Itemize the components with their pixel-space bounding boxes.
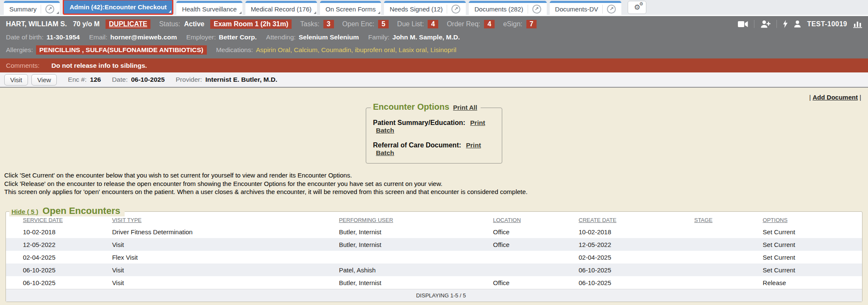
tab-label: Needs Signed (12) bbox=[389, 6, 442, 13]
due-list-label: Due List: bbox=[397, 20, 424, 28]
release-link[interactable]: Release bbox=[760, 276, 862, 289]
allergies-label: Allergies: bbox=[6, 46, 33, 54]
cell-performing-user: Butler, Internist bbox=[336, 225, 490, 238]
patient-summary-batch-link[interactable]: Batch bbox=[376, 127, 394, 134]
print-all-link[interactable]: Print All bbox=[453, 104, 477, 111]
instruction-line: This screen only applies for 'open' enco… bbox=[4, 188, 868, 196]
lightning-icon[interactable] bbox=[783, 20, 788, 28]
tab-popout[interactable]: ↗ bbox=[41, 5, 54, 14]
tasks-count-badge[interactable]: 3 bbox=[323, 20, 334, 28]
table-row: 02-04-2025 Flex Visit 02-04-2025 Set Cur… bbox=[6, 251, 862, 263]
set-current-link[interactable]: Set Current bbox=[760, 225, 862, 238]
user-icon bbox=[794, 20, 801, 28]
cell-visit-type: Flex Visit bbox=[108, 251, 335, 263]
add-user-icon[interactable] bbox=[760, 20, 771, 28]
add-document-row: | Add Document | bbox=[0, 88, 868, 101]
exam-room-badge[interactable]: Exam Room 1 (2h 31m) bbox=[210, 19, 292, 29]
tab-label: Health Surveillance bbox=[182, 6, 236, 13]
hide-toggle-link[interactable]: Hide ( 5 ) bbox=[11, 208, 38, 215]
table-pagination-row: DISPLAYING 1-5 / 5 bbox=[6, 289, 862, 302]
esign-count-badge[interactable]: 7 bbox=[526, 20, 537, 28]
tab-on-screen-forms[interactable]: On Screen Forms bbox=[320, 1, 381, 15]
cell-service-date: 06-10-2025 bbox=[6, 276, 108, 289]
col-create-date[interactable]: CREATE DATE bbox=[575, 212, 691, 225]
order-req-label: Order Req: bbox=[447, 20, 480, 28]
user-id[interactable]: TEST-10019 bbox=[807, 20, 847, 28]
attending-value: Selenium Selenium bbox=[299, 33, 359, 41]
encounter-options-title: Encounter Options bbox=[373, 102, 449, 112]
open-new-window-icon: ↗ bbox=[45, 5, 54, 14]
cell-service-date: 12-05-2022 bbox=[6, 238, 108, 251]
tab-popout[interactable]: ↗ bbox=[528, 5, 541, 14]
patient-header: HART, WILLIAM S. 70 y/o M DUPLICATE Stat… bbox=[0, 16, 868, 58]
dob-label: Date of birth: bbox=[6, 33, 44, 41]
cell-performing-user bbox=[336, 251, 490, 263]
tab-documents-dv[interactable]: Documents-DV ↗ bbox=[550, 1, 622, 15]
enc-number-label: Enc #: bbox=[68, 76, 86, 83]
add-document-link[interactable]: Add Document bbox=[812, 94, 858, 101]
col-performing-user[interactable]: PERFORMING USER bbox=[336, 212, 490, 225]
referral-batch-link[interactable]: Batch bbox=[376, 149, 394, 156]
cell-stage bbox=[691, 276, 760, 289]
tab-popout[interactable]: ↗ bbox=[602, 5, 616, 14]
tab-popout[interactable]: ↗ bbox=[447, 5, 460, 14]
tab-corner-fold-icon bbox=[314, 11, 316, 14]
open-encounters-table: SERVICE DATE VISIT TYPE PERFORMING USER … bbox=[6, 212, 862, 302]
cell-stage bbox=[691, 251, 760, 263]
referral-print-link[interactable]: Print bbox=[466, 141, 481, 149]
due-list-count-badge[interactable]: 4 bbox=[428, 20, 438, 28]
table-row: 10-02-2018 Driver Fitness Determination … bbox=[6, 225, 862, 238]
cell-service-date: 10-02-2018 bbox=[6, 225, 108, 238]
instructions-block: Click 'Set Current' on the encounter bel… bbox=[4, 171, 868, 196]
cell-location: Office bbox=[490, 238, 575, 251]
dob-value: 11-30-1954 bbox=[47, 33, 80, 41]
tab-summary[interactable]: Summary ↗ bbox=[4, 1, 60, 15]
view-button[interactable]: View bbox=[31, 74, 57, 86]
cell-location: Office bbox=[490, 225, 575, 238]
tab-settings-button[interactable]: ⚙⚙ bbox=[628, 1, 646, 14]
employer-label: Employer: bbox=[186, 33, 216, 41]
cell-performing-user: Butler, Internist bbox=[336, 238, 490, 251]
stats-chart-icon[interactable] bbox=[853, 20, 862, 28]
set-current-link[interactable]: Set Current bbox=[760, 238, 862, 251]
referral-of-care-row: Referral of Care Document: Print Batch bbox=[373, 141, 495, 157]
demographics-row-2: Allergies: PENICILLINS , SULFA(SULFONAMI… bbox=[0, 44, 868, 56]
tab-label: Documents-DV bbox=[555, 6, 598, 13]
attending-label: Attending: bbox=[266, 33, 296, 41]
provider-value: Internist E. Butler, M.D. bbox=[206, 76, 278, 83]
visit-button[interactable]: Visit bbox=[4, 74, 28, 86]
tab-label: Documents (282) bbox=[474, 6, 523, 13]
cell-create-date: 06-10-2025 bbox=[575, 276, 691, 289]
tab-label: Summary bbox=[9, 6, 36, 13]
tab-admin-encounter-checkout[interactable]: Admin (42):Encounter Checkout bbox=[63, 0, 173, 15]
col-stage[interactable]: STAGE bbox=[691, 212, 760, 225]
order-req-count-badge[interactable]: 4 bbox=[484, 20, 495, 28]
patient-summary-print-link[interactable]: Print bbox=[470, 119, 485, 126]
cell-stage bbox=[691, 225, 760, 238]
divider bbox=[754, 20, 754, 28]
col-location[interactable]: LOCATION bbox=[490, 212, 575, 225]
gears-icon: ⚙⚙ bbox=[634, 4, 640, 11]
demographics-row-1: Date of birth: 11-30-1954 Email: horner@… bbox=[0, 31, 868, 44]
duplicate-badge[interactable]: DUPLICATE bbox=[106, 19, 150, 29]
encounter-options-panel: Encounter Options Print All Patient Summ… bbox=[366, 108, 502, 164]
medications-list[interactable]: Aspirin Oral, Calcium, Coumadin, ibuprof… bbox=[256, 46, 456, 54]
tab-medical-record[interactable]: Medical Record (176) bbox=[245, 1, 317, 15]
col-options[interactable]: OPTIONS bbox=[760, 212, 862, 225]
tab-documents[interactable]: Documents (282) ↗ bbox=[469, 1, 546, 15]
employer-value: Better Corp. bbox=[219, 33, 257, 41]
col-visit-type[interactable]: VISIT TYPE bbox=[108, 212, 335, 225]
allergies-badge[interactable]: PENICILLINS , SULFA(SULFONAMIDE ANTIBIOT… bbox=[36, 45, 207, 55]
referral-of-care-label: Referral of Care Document: bbox=[373, 141, 461, 149]
cell-visit-type: Visit bbox=[108, 238, 335, 251]
set-current-link[interactable]: Set Current bbox=[760, 263, 862, 276]
provider-label: Provider: bbox=[176, 76, 202, 83]
patient-age-sex: 70 y/o M bbox=[73, 20, 100, 28]
open-enc-count-badge[interactable]: 5 bbox=[378, 20, 389, 28]
enc-number-value: 126 bbox=[90, 76, 101, 83]
video-call-icon[interactable] bbox=[738, 21, 748, 28]
table-row: 06-10-2025 Visit Butler, Internist Offic… bbox=[6, 276, 862, 289]
set-current-link[interactable]: Set Current bbox=[760, 251, 862, 263]
tab-needs-signed[interactable]: Needs Signed (12) ↗ bbox=[384, 1, 466, 15]
tab-health-surveillance[interactable]: Health Surveillance bbox=[176, 1, 242, 15]
